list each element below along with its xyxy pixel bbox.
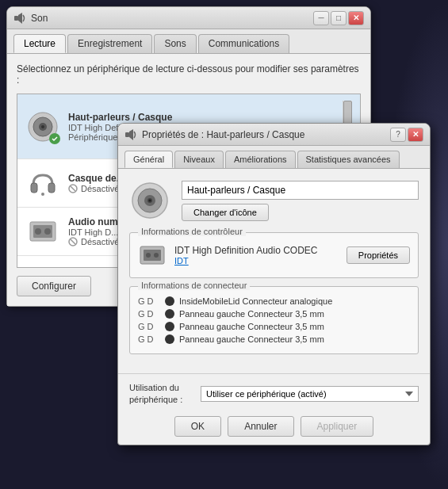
svg-point-14 xyxy=(44,228,51,235)
speaker-title-icon xyxy=(13,12,26,25)
change-icon-button[interactable]: Changer d'icône xyxy=(182,204,269,221)
controller-section-label: Informations de contrôleur xyxy=(138,227,246,236)
device-name-speakers: Haut-parleurs / Casque xyxy=(68,112,343,123)
main-title-bar: Son ─ □ ✕ xyxy=(7,7,370,29)
gd-label-2: G D xyxy=(138,309,160,319)
connector-section-label: Informations de connecteur xyxy=(138,281,250,290)
maximize-button[interactable]: □ xyxy=(331,11,347,25)
controller-row: IDT High Definition Audio CODEC IDT Prop… xyxy=(138,241,410,269)
props-name-input[interactable] xyxy=(182,181,419,200)
close-button[interactable]: ✕ xyxy=(348,11,364,25)
props-tab-general[interactable]: Général xyxy=(124,151,173,168)
tab-communications[interactable]: Communications xyxy=(198,34,289,53)
cancel-button[interactable]: Annuler xyxy=(228,416,293,437)
props-tab-statistiques[interactable]: Statistiques avancées xyxy=(297,151,400,168)
gd-label-4: G D xyxy=(138,334,160,344)
device-icon-headset xyxy=(25,166,60,201)
svg-point-27 xyxy=(154,253,159,258)
svg-point-23 xyxy=(149,200,151,202)
device-icon-speakers xyxy=(25,109,60,144)
controller-name: IDT High Definition Audio CODEC xyxy=(174,245,339,256)
props-speaker-icon xyxy=(124,128,137,141)
svg-marker-18 xyxy=(129,129,133,140)
connector-row-1: G D InsideMobileLid Connecteur analogiqu… xyxy=(138,295,410,308)
checkmark-icon xyxy=(51,135,59,143)
props-tab-niveaux[interactable]: Niveaux xyxy=(174,151,224,168)
svg-line-10 xyxy=(71,186,75,191)
controller-properties-button[interactable]: Propriétés xyxy=(347,246,410,264)
connector-name-2: Panneau gauche Connecteur 3,5 mm xyxy=(179,309,324,319)
status-icon-headset xyxy=(68,184,78,193)
props-header: Changer d'icône xyxy=(129,180,419,221)
connector-dot-2 xyxy=(165,309,174,319)
connector-dot-3 xyxy=(165,322,174,331)
connector-row-3: G D Panneau gauche Connecteur 3,5 mm xyxy=(138,320,410,333)
device-status-headset: Désactivé xyxy=(81,184,119,193)
connector-row-2: G D Panneau gauche Connecteur 3,5 mm xyxy=(138,308,410,320)
usage-select[interactable]: Utiliser ce périphérique (activé) xyxy=(201,386,419,402)
tab-sons[interactable]: Sons xyxy=(154,34,196,53)
controller-link[interactable]: IDT xyxy=(174,256,339,266)
svg-rect-6 xyxy=(31,183,37,193)
connector-dot-1 xyxy=(165,296,174,306)
connector-name-3: Panneau gauche Connecteur 3,5 mm xyxy=(179,322,324,331)
svg-rect-7 xyxy=(48,183,55,193)
tab-lecture[interactable]: Lecture xyxy=(13,34,66,53)
gd-label-1: G D xyxy=(138,296,160,306)
gd-label-3: G D xyxy=(138,322,160,331)
title-controls: ─ □ ✕ xyxy=(313,11,364,25)
connector-list: G D InsideMobileLid Connecteur analogiqu… xyxy=(138,295,410,346)
apply-button[interactable]: Appliquer xyxy=(301,416,374,437)
minimize-button[interactable]: ─ xyxy=(313,11,329,25)
headset-svg xyxy=(27,167,59,199)
main-tabs: Lecture Enregistrement Sons Communicatio… xyxy=(7,29,370,54)
default-badge xyxy=(49,133,60,144)
controller-info: IDT High Definition Audio CODEC IDT xyxy=(174,245,339,266)
tab-enregistrement[interactable]: Enregistrement xyxy=(67,34,152,53)
usage-label: Utilisation dupériphérique : xyxy=(129,382,193,407)
svg-point-8 xyxy=(41,193,44,196)
main-window-title: Son xyxy=(31,13,48,24)
props-close-button[interactable]: ✕ xyxy=(408,128,423,142)
connector-name-4: Panneau gauche Connecteur 3,5 mm xyxy=(179,334,324,344)
svg-point-26 xyxy=(146,253,151,258)
props-device-icon xyxy=(129,180,170,221)
ok-button[interactable]: OK xyxy=(174,416,221,437)
props-tabs: Général Niveaux Améliorations Statistiqu… xyxy=(118,146,430,169)
svg-rect-0 xyxy=(14,16,18,21)
svg-marker-1 xyxy=(18,13,22,24)
props-content: Changer d'icône Informations de contrôle… xyxy=(118,169,430,373)
props-name-section: Changer d'icône xyxy=(182,181,419,221)
props-help-button[interactable]: ? xyxy=(390,128,406,142)
device-icon-digital xyxy=(25,214,60,249)
svg-point-13 xyxy=(35,228,41,235)
props-bottom: Utilisation dupériphérique : Utiliser ce… xyxy=(118,373,430,445)
connector-section: Informations de connecteur G D InsideMob… xyxy=(129,286,419,354)
instruction-text: Sélectionnez un périphérique de lecture … xyxy=(17,63,361,86)
svg-line-16 xyxy=(71,239,75,244)
props-title-left: Propriétés de : Haut-parleurs / Casque xyxy=(124,128,304,141)
status-icon-digital xyxy=(68,237,78,246)
props-title-controls: ? ✕ xyxy=(390,128,423,142)
connector-name-1: InsideMobileLid Connecteur analogique xyxy=(179,296,332,306)
svg-rect-17 xyxy=(125,132,129,137)
digital-audio-svg xyxy=(27,216,59,247)
device-status-digital: Désactivé xyxy=(81,237,119,246)
configure-button[interactable]: Configurer xyxy=(17,276,91,296)
controller-icon xyxy=(138,241,167,269)
controller-svg xyxy=(139,242,166,269)
controller-section: Informations de contrôleur IDT High Defi… xyxy=(129,232,419,278)
props-title-bar: Propriétés de : Haut-parleurs / Casque ?… xyxy=(118,124,430,146)
connector-row-4: G D Panneau gauche Connecteur 3,5 mm xyxy=(138,333,410,346)
bottom-buttons: OK Annuler Appliquer xyxy=(129,416,419,437)
props-window-title: Propriétés de : Haut-parleurs / Casque xyxy=(142,129,304,140)
props-speaker-large-icon xyxy=(130,181,170,220)
properties-window: Propriétés de : Haut-parleurs / Casque ?… xyxy=(117,123,431,445)
usage-row: Utilisation dupériphérique : Utiliser ce… xyxy=(129,382,419,407)
connector-dot-4 xyxy=(165,334,174,344)
title-bar-left: Son xyxy=(13,12,48,25)
svg-point-5 xyxy=(41,125,44,128)
props-tab-ameliorations[interactable]: Améliorations xyxy=(225,151,296,168)
